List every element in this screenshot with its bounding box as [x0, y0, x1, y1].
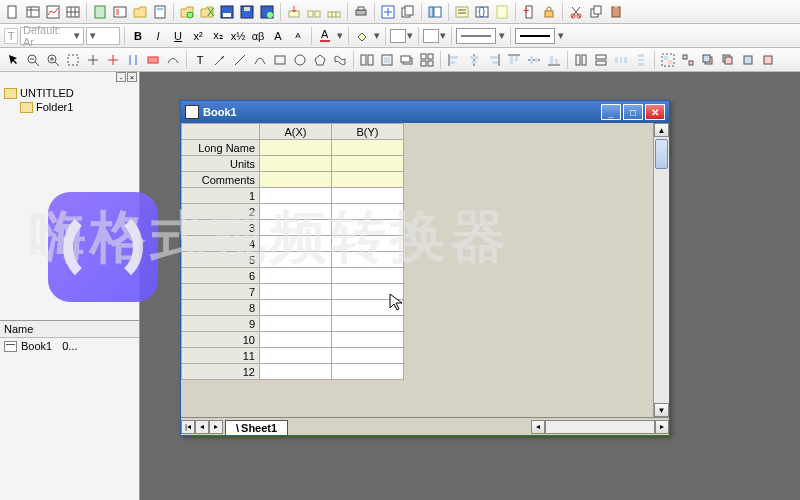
new-doc-icon[interactable] — [4, 3, 22, 21]
line-style-picker[interactable] — [456, 28, 496, 44]
align-right-icon[interactable] — [485, 51, 503, 69]
save-template-icon[interactable] — [238, 3, 256, 21]
data-selector-icon[interactable] — [124, 51, 142, 69]
row-header[interactable]: 1 — [182, 188, 260, 204]
row-header[interactable]: 5 — [182, 252, 260, 268]
cell[interactable] — [332, 236, 404, 252]
font-color-dropdown[interactable]: ▾ — [336, 29, 344, 42]
vertical-scrollbar[interactable]: ▲ ▼ — [653, 123, 669, 417]
open-excel-icon[interactable]: X — [198, 3, 216, 21]
line-width-picker[interactable] — [515, 28, 555, 44]
distribute-v-icon[interactable] — [632, 51, 650, 69]
rect-tool-icon[interactable] — [271, 51, 289, 69]
row-header[interactable]: Long Name — [182, 140, 260, 156]
print-icon[interactable] — [352, 3, 370, 21]
cell[interactable] — [332, 364, 404, 380]
align-middle-icon[interactable] — [525, 51, 543, 69]
data-reader-icon[interactable] — [104, 51, 122, 69]
open-icon[interactable] — [131, 3, 149, 21]
superscript-icon[interactable]: x² — [189, 27, 207, 45]
row-header[interactable]: Units — [182, 156, 260, 172]
bold-icon[interactable]: B — [129, 27, 147, 45]
cell[interactable] — [332, 188, 404, 204]
screen-reader-icon[interactable] — [84, 51, 102, 69]
same-width-icon[interactable] — [572, 51, 590, 69]
cell[interactable] — [260, 332, 332, 348]
new-layout-icon[interactable] — [111, 3, 129, 21]
row-header[interactable]: 10 — [182, 332, 260, 348]
cell[interactable] — [332, 300, 404, 316]
fill-color-icon[interactable] — [353, 27, 371, 45]
row-header[interactable]: Comments — [182, 172, 260, 188]
fill-color-dropdown[interactable]: ▾ — [373, 29, 381, 42]
cell[interactable] — [260, 252, 332, 268]
cell[interactable] — [332, 348, 404, 364]
font-color-icon[interactable]: A — [316, 27, 334, 45]
list-item[interactable]: Book1 0... — [0, 338, 139, 354]
mask-icon[interactable] — [144, 51, 162, 69]
ungroup-icon[interactable] — [679, 51, 697, 69]
template-icon[interactable] — [151, 3, 169, 21]
new-sheet-icon[interactable] — [24, 3, 42, 21]
open-project-icon[interactable] — [178, 3, 196, 21]
cell[interactable] — [260, 188, 332, 204]
row-header[interactable]: 6 — [182, 268, 260, 284]
rescale-icon[interactable] — [64, 51, 82, 69]
row-header[interactable]: 2 — [182, 204, 260, 220]
cut-icon[interactable] — [567, 3, 585, 21]
line-color-picker[interactable]: ▾ — [390, 29, 414, 43]
font-size-select[interactable]: ▾ — [86, 27, 120, 45]
scroll-up-icon[interactable]: ▲ — [654, 123, 669, 137]
cell[interactable] — [332, 172, 404, 188]
import-multi-icon[interactable] — [325, 3, 343, 21]
circle-tool-icon[interactable] — [291, 51, 309, 69]
cell[interactable] — [332, 156, 404, 172]
cell[interactable] — [332, 252, 404, 268]
cell[interactable] — [260, 284, 332, 300]
project-explorer-icon[interactable] — [426, 3, 444, 21]
paste-icon[interactable] — [607, 3, 625, 21]
pointer-icon[interactable] — [4, 51, 22, 69]
text-tool-icon[interactable]: T — [191, 51, 209, 69]
cell[interactable] — [260, 316, 332, 332]
tab-first-icon[interactable]: |◂ — [181, 420, 195, 434]
add-column-icon[interactable]: + — [520, 3, 538, 21]
close-button[interactable]: ✕ — [645, 104, 665, 120]
cell[interactable] — [332, 316, 404, 332]
duplicate-icon[interactable] — [399, 3, 417, 21]
curve-tool-icon[interactable] — [251, 51, 269, 69]
cell[interactable] — [260, 236, 332, 252]
cell[interactable] — [260, 364, 332, 380]
scroll-left-icon[interactable]: ◂ — [531, 420, 545, 434]
draw-data-icon[interactable] — [164, 51, 182, 69]
tab-next-icon[interactable]: ▸ — [209, 420, 223, 434]
project-root[interactable]: UNTITLED — [2, 86, 137, 100]
copy-icon[interactable] — [587, 3, 605, 21]
notes-icon[interactable] — [493, 3, 511, 21]
bg-color-picker[interactable]: ▾ — [423, 29, 447, 43]
column-header[interactable]: A(X) — [260, 124, 332, 140]
arrow-tool-icon[interactable] — [211, 51, 229, 69]
scroll-thumb[interactable] — [655, 139, 668, 169]
underline-icon[interactable]: U — [169, 27, 187, 45]
cell[interactable] — [260, 268, 332, 284]
results-log-icon[interactable] — [453, 3, 471, 21]
cell[interactable] — [260, 348, 332, 364]
row-header[interactable]: 9 — [182, 316, 260, 332]
bring-front-icon[interactable] — [699, 51, 717, 69]
increase-font-icon[interactable]: A — [269, 27, 287, 45]
greek-icon[interactable]: αβ — [249, 27, 267, 45]
cell[interactable] — [332, 284, 404, 300]
decrease-font-icon[interactable]: A — [289, 27, 307, 45]
zoom-out-icon[interactable] — [24, 51, 42, 69]
polygon-tool-icon[interactable] — [311, 51, 329, 69]
align-top-icon[interactable] — [505, 51, 523, 69]
same-height-icon[interactable] — [592, 51, 610, 69]
align-left-icon[interactable] — [445, 51, 463, 69]
project-folder[interactable]: Folder1 — [18, 100, 137, 114]
row-header[interactable]: 11 — [182, 348, 260, 364]
row-header[interactable]: 7 — [182, 284, 260, 300]
region-tool-icon[interactable] — [331, 51, 349, 69]
cell[interactable] — [332, 204, 404, 220]
cell[interactable] — [260, 300, 332, 316]
